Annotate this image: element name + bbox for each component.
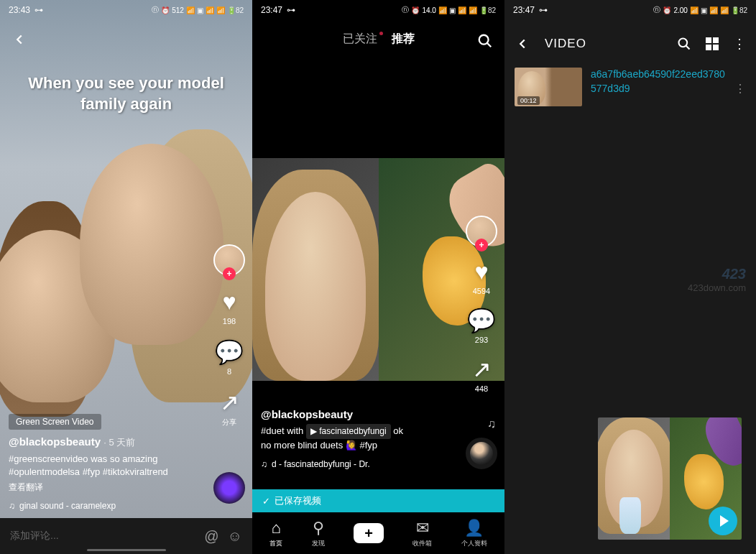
signal-icon: 📶 <box>458 6 466 14</box>
status-time: 23:43 <box>9 5 30 15</box>
signal-icon-2: 📶 <box>469 6 477 14</box>
status-bar: 23:43 ⊶ ⓝ ⏰ 512 📶 ▣ 📶 📶 🔋82 <box>0 0 252 20</box>
tab-recommend[interactable]: 推荐 <box>392 32 415 47</box>
profile-icon: 👤 <box>464 519 484 537</box>
battery-icon: 🔋82 <box>731 6 747 14</box>
username[interactable]: @blackopsbeauty <box>9 435 101 448</box>
wifi-icon: 📶 <box>186 6 195 14</box>
duet-user-tag[interactable]: ▶ fascinatedbyfungi <box>306 424 391 439</box>
inbox-icon: ✉ <box>416 519 429 537</box>
music-note-icon: ♫ <box>9 501 15 511</box>
comment-button[interactable]: 💬 293 <box>467 307 496 344</box>
music-disc[interactable] <box>213 472 245 504</box>
back-button[interactable] <box>11 32 27 47</box>
watermark: 423 423down.com <box>688 266 746 293</box>
music-info[interactable]: ♫ ginal sound - caramelexp <box>9 501 202 511</box>
share-button[interactable]: ↗ 分享 <box>220 389 239 428</box>
network-speed: 14.0 <box>422 6 435 14</box>
page-title: VIDEO <box>545 37 663 51</box>
home-indicator[interactable] <box>87 549 166 551</box>
signal-icon: 📶 <box>206 6 214 14</box>
nfc-icon: ⓝ <box>653 5 660 15</box>
nfc-icon: ⓝ <box>402 5 409 15</box>
video-description[interactable]: #duet with ▶ fascinatedbyfungi ok no mor… <box>261 424 454 452</box>
notification-dot <box>379 32 383 35</box>
video-filename: a6a7fb6aeb64590f22eed3780577d3d9 <box>591 68 726 96</box>
music-note-icon[interactable]: ♫ <box>487 417 496 430</box>
music-note-icon: ♫ <box>261 459 267 469</box>
video-thumbnail: 00:12 <box>515 68 582 106</box>
like-button[interactable]: ♥ 4594 <box>473 259 490 295</box>
share-icon: ↗ <box>220 389 239 416</box>
svg-point-0 <box>479 35 489 45</box>
comment-button[interactable]: 💬 8 <box>215 338 244 376</box>
alarm-icon: ⏰ <box>663 6 671 14</box>
signal-icon-2: 📶 <box>720 6 729 14</box>
svg-point-1 <box>679 39 688 47</box>
comment-icon: 💬 <box>215 338 244 366</box>
phone-screen-1: 23:43 ⊶ ⓝ ⏰ 512 📶 ▣ 📶 📶 🔋82 When you see… <box>0 0 252 554</box>
action-sidebar: + ♥ 198 💬 8 ↗ 分享 <box>213 244 245 428</box>
signal-icon-2: 📶 <box>216 6 225 14</box>
heart-icon: ♥ <box>474 259 488 285</box>
network-speed: 512 <box>172 6 184 14</box>
tab-following[interactable]: 已关注 <box>343 32 377 47</box>
follow-button[interactable]: + <box>475 239 488 251</box>
share-button[interactable]: ↗ 448 <box>472 356 492 393</box>
status-time: 23:47 <box>261 5 282 15</box>
more-options-button[interactable]: ⋮ <box>733 36 746 52</box>
video-list-item[interactable]: 00:12 a6a7fb6aeb64590f22eed3780577d3d9 ⋮ <box>515 68 746 106</box>
video-duration: 00:12 <box>517 96 540 105</box>
search-button[interactable] <box>677 37 691 51</box>
check-icon: ✓ <box>262 496 270 507</box>
emoji-button[interactable]: ☺ <box>228 528 242 545</box>
creator-avatar[interactable]: + <box>213 244 245 276</box>
video-preview-pip[interactable] <box>598 417 742 540</box>
creator-avatar[interactable]: + <box>466 216 497 247</box>
video-caption-overlay: When you see your model family again <box>0 73 252 114</box>
status-bar: 23:47 ⊶ ⓝ ⏰ 2.00 📶 ▣ 📶 📶 🔋82 <box>504 0 756 20</box>
comment-input[interactable]: 添加评论... <box>10 530 195 543</box>
post-time: · 5 天前 <box>103 437 135 448</box>
nav-inbox[interactable]: ✉ 收件箱 <box>412 519 432 548</box>
like-button[interactable]: ♥ 198 <box>223 289 236 326</box>
play-button[interactable] <box>709 507 737 535</box>
video-description[interactable]: #greenscreenvideo was so amazing #opulen… <box>9 453 202 479</box>
search-button[interactable] <box>477 33 493 49</box>
phone-screen-2: 23:47 ⊶ ⓝ ⏰ 14.0 📶 ▣ 📶 📶 🔋82 已关注 推荐 <box>252 0 504 554</box>
home-icon: ⌂ <box>272 519 281 537</box>
comment-icon: 💬 <box>467 307 496 334</box>
nav-profile[interactable]: 👤 个人资料 <box>461 519 487 548</box>
hd-icon: ▣ <box>449 6 456 14</box>
translate-button[interactable]: 查看翻译 <box>9 481 202 494</box>
wifi-icon: 📶 <box>438 6 447 14</box>
saved-banner[interactable]: ✓ 已保存视频 <box>252 489 504 512</box>
music-info[interactable]: ♫ d - fascinatedbyfungi - Dr. <box>261 459 454 469</box>
hd-icon: ▣ <box>701 6 707 14</box>
battery-icon: 🔋82 <box>479 6 496 14</box>
app-header: VIDEO ⋮ <box>504 27 756 60</box>
video-info: Green Screen Video @blackopsbeauty · 5 天… <box>9 414 202 511</box>
at-button[interactable]: @ <box>204 528 218 545</box>
phone-screen-3: 23:47 ⊶ ⓝ ⏰ 2.00 📶 ▣ 📶 📶 🔋82 VIDEO ⋮ <box>504 0 756 554</box>
hd-icon: ▣ <box>197 6 203 14</box>
nav-discover[interactable]: ⚲ 发现 <box>312 519 325 548</box>
discover-icon: ⚲ <box>313 519 324 537</box>
status-key-icon: ⊶ <box>34 5 43 15</box>
nav-home[interactable]: ⌂ 首页 <box>269 519 282 548</box>
follow-button[interactable]: + <box>223 267 236 280</box>
status-key-icon: ⊶ <box>539 5 548 15</box>
status-key-icon: ⊶ <box>287 5 295 15</box>
nav-create[interactable]: + <box>354 523 384 543</box>
music-disc[interactable] <box>466 438 497 469</box>
status-bar: 23:47 ⊶ ⓝ ⏰ 14.0 📶 ▣ 📶 📶 🔋82 <box>252 0 504 20</box>
heart-icon: ♥ <box>223 289 236 315</box>
signal-icon: 📶 <box>709 6 718 14</box>
action-sidebar: + ♥ 4594 💬 293 ↗ 448 <box>466 216 497 393</box>
feed-tabs: 已关注 推荐 <box>252 32 504 47</box>
back-button[interactable] <box>515 36 530 52</box>
effect-tag[interactable]: Green Screen Video <box>9 414 101 430</box>
item-more-button[interactable]: ⋮ <box>734 68 746 96</box>
username[interactable]: @blackopsbeauty <box>261 408 353 420</box>
view-toggle-button[interactable] <box>706 37 719 50</box>
